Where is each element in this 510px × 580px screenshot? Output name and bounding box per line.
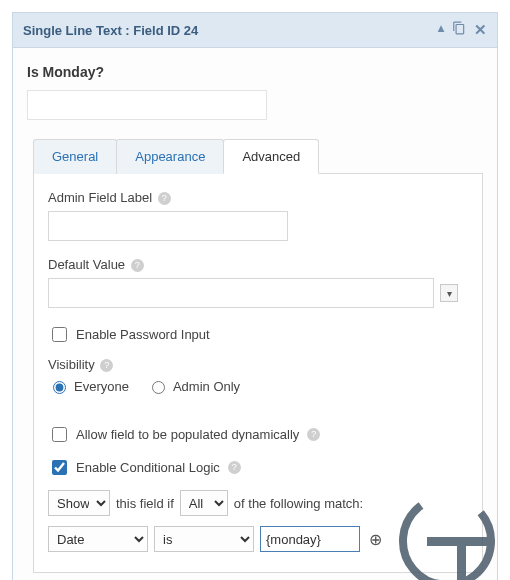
conditional-text1: this field if (116, 496, 174, 511)
visibility-admin-radio[interactable] (152, 381, 165, 394)
conditional-match-select[interactable]: All (180, 490, 228, 516)
admin-label-label: Admin Field Label (48, 190, 468, 205)
panel-actions: ▴ ✕ (438, 21, 487, 39)
panel-title: Single Line Text : Field ID 24 (23, 23, 198, 38)
field-settings-panel: Single Line Text : Field ID 24 ▴ ✕ Is Mo… (12, 12, 498, 580)
conditional-text2: of the following match: (234, 496, 363, 511)
conditional-logic-checkbox[interactable] (52, 460, 67, 475)
field-label: Is Monday? (27, 64, 483, 80)
merge-tag-icon[interactable]: ▾ (440, 284, 458, 302)
visibility-everyone-option[interactable]: Everyone (48, 378, 129, 394)
field-preview-input[interactable] (27, 90, 267, 120)
tab-advanced[interactable]: Advanced (223, 139, 319, 174)
dynamic-populate-row: Allow field to be populated dynamically (48, 424, 468, 445)
visibility-admin-option[interactable]: Admin Only (147, 378, 240, 394)
admin-label-row: Admin Field Label (48, 190, 468, 241)
help-icon[interactable] (100, 359, 113, 372)
visibility-everyone-radio[interactable] (53, 381, 66, 394)
tab-general[interactable]: General (33, 139, 117, 174)
conditional-logic-label: Enable Conditional Logic (76, 460, 220, 475)
password-input-row: Enable Password Input (48, 324, 468, 345)
visibility-row: Visibility Everyone Admin Only (48, 357, 468, 394)
visibility-label: Visibility (48, 357, 468, 372)
collapse-icon[interactable]: ▴ (438, 21, 444, 39)
help-icon[interactable] (158, 192, 171, 205)
rule-value-input[interactable] (260, 526, 360, 552)
conditional-logic-row: Enable Conditional Logic (48, 457, 468, 478)
help-icon[interactable] (131, 259, 144, 272)
rule-field-select[interactable]: Date (48, 526, 148, 552)
panel-header: Single Line Text : Field ID 24 ▴ ✕ (13, 13, 497, 48)
add-rule-icon[interactable]: ⊕ (366, 530, 384, 548)
conditional-action-select[interactable]: Show (48, 490, 110, 516)
password-input-label: Enable Password Input (76, 327, 210, 342)
rule-operator-select[interactable]: is (154, 526, 254, 552)
conditional-rule-row: Date is ⊕ (48, 526, 468, 552)
help-icon[interactable] (228, 461, 241, 474)
conditional-sentence: Show this field if All of the following … (48, 490, 468, 516)
duplicate-icon[interactable] (452, 21, 466, 39)
default-value-row: Default Value ▾ (48, 257, 468, 308)
tab-appearance[interactable]: Appearance (116, 139, 224, 174)
dynamic-populate-label: Allow field to be populated dynamically (76, 427, 299, 442)
dynamic-populate-checkbox[interactable] (52, 427, 67, 442)
default-value-label: Default Value (48, 257, 468, 272)
tab-content-advanced: Admin Field Label Default Value ▾ Enable… (33, 174, 483, 573)
panel-body: Is Monday? General Appearance Advanced A… (13, 48, 497, 580)
password-input-checkbox[interactable] (52, 327, 67, 342)
tabs: General Appearance Advanced (33, 138, 483, 174)
default-value-input[interactable] (48, 278, 434, 308)
close-icon[interactable]: ✕ (474, 21, 487, 39)
admin-label-input[interactable] (48, 211, 288, 241)
help-icon[interactable] (307, 428, 320, 441)
